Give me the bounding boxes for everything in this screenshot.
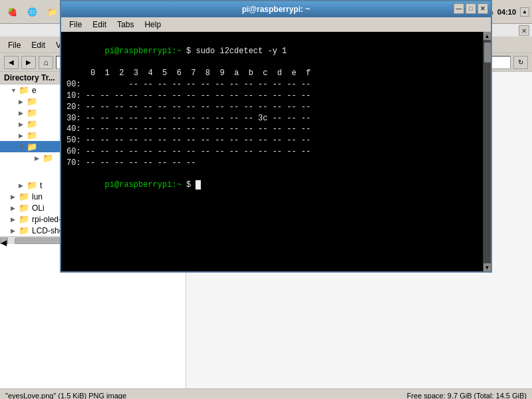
folder-icon: 📁	[27, 108, 37, 118]
menu-file[interactable]: File	[3, 39, 26, 51]
terminal-menubar: File Edit Tabs Help	[61, 17, 491, 32]
browser-btn[interactable]: 🌐	[23, 3, 41, 21]
cursor	[196, 180, 201, 190]
tree-arrow: ▶	[11, 216, 19, 223]
terminal-menu-help[interactable]: Help	[139, 19, 166, 30]
term-line-4: 20: -- -- -- -- -- -- -- -- -- -- -- -- …	[66, 102, 477, 113]
term-line-prompt: pi@raspberrypi:~ $	[66, 169, 477, 202]
folder-icon: 📁	[27, 96, 37, 106]
tree-arrow: ▼	[19, 144, 27, 150]
term-line-1: 0 1 2 3 4 5 6 7 8 9 a b c d e f	[66, 68, 477, 79]
raspberry-menu-btn[interactable]: 🍓	[3, 3, 21, 21]
scroll-down[interactable]: ▼	[483, 263, 491, 271]
clock: 04:10	[497, 8, 516, 16]
folder-icon: 📁	[27, 180, 37, 190]
folder-icon: 📁	[27, 119, 37, 129]
term-line-5: 30: -- -- -- -- -- -- -- -- -- -- -- -- …	[66, 113, 477, 124]
folder-icon: 📁	[19, 214, 29, 224]
folder-icon: 📁	[19, 85, 29, 95]
tree-arrow: ▶	[19, 98, 27, 105]
tree-arrow: ▶	[19, 182, 27, 189]
scroll-up-btn[interactable]: ▲	[520, 7, 529, 17]
home-btn[interactable]: ⌂	[39, 56, 53, 69]
term-line-9: 70: -- -- -- -- -- -- -- --	[66, 158, 477, 169]
terminal-menu-edit[interactable]: Edit	[87, 19, 112, 30]
tree-arrow: ▶	[11, 205, 19, 211]
term-line-7: 50: -- -- -- -- -- -- -- -- -- -- -- -- …	[66, 135, 477, 146]
file-info: "eyesLove.png" (1.5 KiB) PNG image	[5, 392, 126, 400]
h-scroll-left[interactable]: ◀	[0, 237, 8, 244]
scroll-up[interactable]: ▲	[483, 32, 491, 40]
terminal-min-btn[interactable]: —	[454, 3, 464, 14]
terminal-titlebar-btns: — □ ✕	[454, 3, 488, 14]
menu-edit[interactable]: Edit	[26, 39, 51, 51]
terminal-scrollbar[interactable]: ▲ ▼	[483, 32, 491, 271]
terminal-menu-tabs[interactable]: Tabs	[112, 19, 139, 30]
back-btn[interactable]: ◀	[4, 56, 19, 69]
tree-label-oli: OLi	[32, 203, 45, 213]
file-manager-close[interactable]: ✕	[519, 25, 529, 36]
folder-icon: 📁	[27, 130, 37, 140]
files-btn[interactable]: 📁	[43, 3, 61, 21]
terminal-menu-file[interactable]: File	[64, 19, 87, 30]
terminal-close-btn[interactable]: ✕	[477, 3, 488, 14]
terminal-body[interactable]: pi@raspberrypi:~ $ sudo i2cdetect -y 1 0…	[61, 32, 483, 271]
tree-label-e: e	[32, 86, 37, 95]
disk-info: Free space: 9.7 GiB (Total: 14.5 GiB)	[407, 392, 527, 400]
tree-label-t: t	[40, 181, 42, 190]
scroll-thumb[interactable]	[484, 43, 491, 63]
tree-arrow: ▶	[19, 132, 27, 139]
term-line-8: 60: -- -- -- -- -- -- -- -- -- -- -- -- …	[66, 146, 477, 158]
terminal-title: pi@raspberrypi: ~	[242, 5, 311, 14]
folder-icon: 📁	[43, 153, 53, 163]
term-line-2: 00: -- -- -- -- -- -- -- -- -- -- -- -- …	[66, 79, 477, 90]
folder-icon: 📁	[19, 225, 29, 235]
tree-label-lun: lun	[32, 192, 43, 201]
tree-arrow: ▼	[11, 87, 19, 94]
reload-btn[interactable]: ↻	[513, 56, 528, 69]
folder-icon: 📁	[19, 203, 29, 213]
folder-icon: 📁	[19, 192, 29, 201]
tree-arrow: ▶	[35, 155, 43, 162]
terminal-window: pi@raspberrypi: ~ — □ ✕ File Edit Tabs H…	[60, 0, 492, 273]
forward-btn[interactable]: ▶	[21, 56, 36, 69]
term-line-6: 40: -- -- -- -- -- -- -- -- -- -- -- -- …	[66, 124, 477, 135]
folder-icon: 📁	[27, 142, 37, 152]
tree-arrow: ▶	[11, 194, 19, 200]
tree-arrow: ▶	[19, 110, 27, 116]
terminal-max-btn[interactable]: □	[466, 3, 476, 14]
statusbar: "eyesLove.png" (1.5 KiB) PNG image Free …	[0, 388, 532, 399]
term-line-0: pi@raspberrypi:~ $ sudo i2cdetect -y 1	[66, 35, 477, 68]
terminal-titlebar: pi@raspberrypi: ~ — □ ✕	[61, 1, 491, 17]
tree-arrow: ▶	[11, 227, 19, 234]
terminal-inner: pi@raspberrypi:~ $ sudo i2cdetect -y 1 0…	[61, 32, 491, 271]
term-line-3: 10: -- -- -- -- -- -- -- -- -- -- -- -- …	[66, 90, 477, 102]
tree-arrow: ▶	[19, 121, 27, 128]
